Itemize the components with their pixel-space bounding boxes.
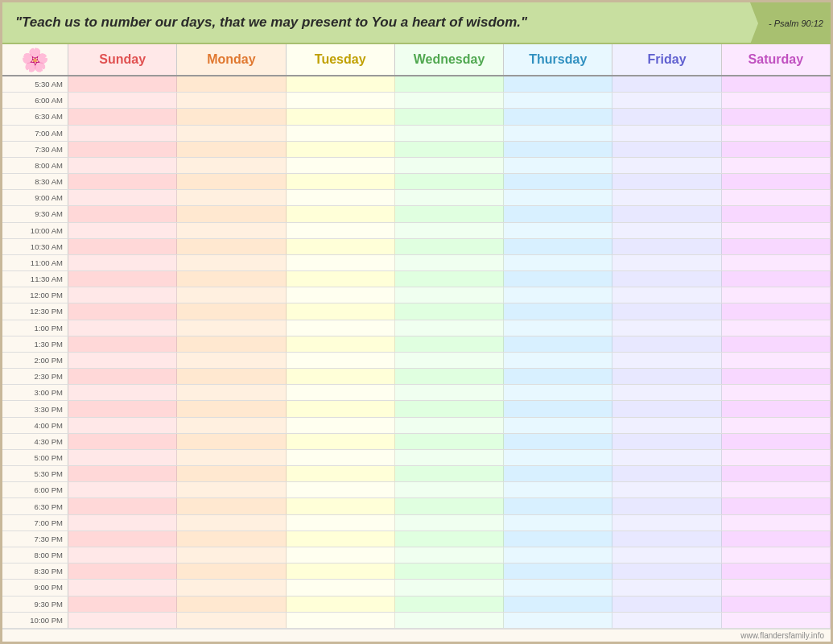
schedule-cell[interactable]: [287, 613, 395, 628]
schedule-cell[interactable]: [504, 190, 612, 205]
schedule-cell[interactable]: [177, 418, 286, 433]
schedule-cell[interactable]: [68, 126, 177, 141]
schedule-cell[interactable]: [722, 466, 831, 481]
schedule-cell[interactable]: [177, 564, 286, 579]
schedule-cell[interactable]: [722, 385, 831, 400]
schedule-cell[interactable]: [504, 531, 612, 547]
schedule-cell[interactable]: [395, 580, 504, 595]
schedule-cell[interactable]: [395, 303, 504, 319]
schedule-cell[interactable]: [612, 434, 721, 449]
schedule-cell[interactable]: [68, 239, 177, 254]
schedule-cell[interactable]: [68, 223, 177, 238]
schedule-cell[interactable]: [722, 564, 831, 579]
schedule-cell[interactable]: [395, 401, 504, 416]
schedule-cell[interactable]: [612, 613, 721, 628]
schedule-cell[interactable]: [177, 174, 286, 189]
schedule-cell[interactable]: [612, 255, 721, 270]
schedule-cell[interactable]: [68, 564, 177, 579]
schedule-cell[interactable]: [395, 174, 504, 189]
schedule-cell[interactable]: [68, 320, 177, 336]
schedule-cell[interactable]: [287, 206, 395, 221]
schedule-cell[interactable]: [722, 320, 831, 336]
schedule-cell[interactable]: [395, 450, 504, 465]
schedule-cell[interactable]: [395, 223, 504, 238]
schedule-cell[interactable]: [287, 418, 395, 433]
schedule-cell[interactable]: [68, 547, 177, 563]
schedule-cell[interactable]: [68, 466, 177, 481]
schedule-cell[interactable]: [177, 142, 286, 157]
schedule-cell[interactable]: [504, 385, 612, 400]
schedule-cell[interactable]: [722, 206, 831, 221]
schedule-cell[interactable]: [504, 450, 612, 465]
schedule-cell[interactable]: [612, 597, 721, 612]
schedule-cell[interactable]: [68, 580, 177, 595]
schedule-cell[interactable]: [722, 109, 831, 124]
schedule-cell[interactable]: [612, 482, 721, 497]
schedule-cell[interactable]: [722, 498, 831, 514]
schedule-cell[interactable]: [177, 109, 286, 124]
schedule-cell[interactable]: [722, 287, 831, 303]
schedule-cell[interactable]: [68, 336, 177, 352]
schedule-cell[interactable]: [287, 597, 395, 612]
schedule-cell[interactable]: [504, 482, 612, 497]
schedule-cell[interactable]: [504, 142, 612, 157]
schedule-cell[interactable]: [68, 385, 177, 400]
schedule-cell[interactable]: [612, 93, 721, 108]
schedule-cell[interactable]: [68, 303, 177, 319]
schedule-cell[interactable]: [722, 142, 831, 157]
schedule-cell[interactable]: [68, 515, 177, 530]
schedule-cell[interactable]: [504, 564, 612, 579]
schedule-cell[interactable]: [395, 613, 504, 628]
schedule-cell[interactable]: [395, 158, 504, 173]
schedule-cell[interactable]: [612, 126, 721, 141]
schedule-cell[interactable]: [504, 109, 612, 124]
schedule-cell[interactable]: [395, 93, 504, 108]
schedule-cell[interactable]: [177, 353, 286, 368]
schedule-cell[interactable]: [395, 206, 504, 221]
schedule-cell[interactable]: [395, 190, 504, 205]
schedule-cell[interactable]: [177, 320, 286, 336]
schedule-cell[interactable]: [68, 93, 177, 108]
schedule-cell[interactable]: [722, 158, 831, 173]
schedule-cell[interactable]: [504, 369, 612, 384]
schedule-cell[interactable]: [722, 353, 831, 368]
schedule-cell[interactable]: [612, 223, 721, 238]
schedule-cell[interactable]: [722, 336, 831, 352]
schedule-cell[interactable]: [612, 515, 721, 530]
schedule-cell[interactable]: [612, 271, 721, 287]
schedule-cell[interactable]: [612, 450, 721, 465]
schedule-cell[interactable]: [395, 336, 504, 352]
schedule-cell[interactable]: [68, 271, 177, 287]
schedule-cell[interactable]: [612, 320, 721, 336]
schedule-cell[interactable]: [395, 353, 504, 368]
schedule-cell[interactable]: [177, 336, 286, 352]
schedule-cell[interactable]: [722, 93, 831, 108]
schedule-cell[interactable]: [287, 142, 395, 157]
schedule-cell[interactable]: [287, 385, 395, 400]
schedule-cell[interactable]: [504, 76, 612, 92]
schedule-cell[interactable]: [612, 401, 721, 416]
schedule-cell[interactable]: [177, 385, 286, 400]
schedule-cell[interactable]: [287, 531, 395, 547]
schedule-cell[interactable]: [395, 239, 504, 254]
schedule-cell[interactable]: [504, 434, 612, 449]
schedule-cell[interactable]: [287, 466, 395, 481]
schedule-cell[interactable]: [612, 369, 721, 384]
schedule-cell[interactable]: [177, 597, 286, 612]
schedule-cell[interactable]: [177, 547, 286, 563]
schedule-cell[interactable]: [177, 466, 286, 481]
schedule-cell[interactable]: [395, 418, 504, 433]
schedule-cell[interactable]: [612, 287, 721, 303]
schedule-cell[interactable]: [504, 353, 612, 368]
schedule-cell[interactable]: [68, 109, 177, 124]
schedule-cell[interactable]: [722, 450, 831, 465]
schedule-cell[interactable]: [722, 174, 831, 189]
schedule-cell[interactable]: [722, 547, 831, 563]
schedule-cell[interactable]: [612, 206, 721, 221]
schedule-cell[interactable]: [612, 142, 721, 157]
schedule-cell[interactable]: [722, 223, 831, 238]
schedule-cell[interactable]: [68, 174, 177, 189]
schedule-cell[interactable]: [395, 369, 504, 384]
schedule-cell[interactable]: [504, 223, 612, 238]
schedule-cell[interactable]: [722, 76, 831, 92]
